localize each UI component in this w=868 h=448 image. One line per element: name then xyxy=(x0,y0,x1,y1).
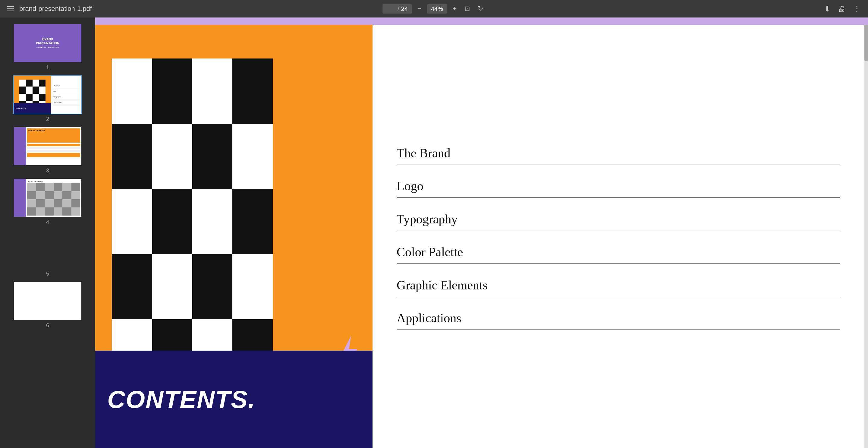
thumbnail-4[interactable]: ABOUT THE BRAND 4 xyxy=(0,176,95,227)
thumb-label-4: 4 xyxy=(46,219,49,226)
toc-divider-2 xyxy=(397,198,840,198)
toc-item-color-palette: Color Palette xyxy=(397,236,840,270)
contents-heading: CONTENTS. xyxy=(107,385,255,414)
thumb-2-item-2: Logo xyxy=(53,90,80,93)
current-page-input[interactable]: 2 xyxy=(387,5,396,12)
topbar-left: brand-presentation-1.pdf xyxy=(7,5,92,13)
thumbnail-5[interactable]: 5 xyxy=(0,227,95,279)
checker-cell xyxy=(192,189,232,254)
thumb-2-item-4: Color Palette xyxy=(53,101,80,104)
more-options-button[interactable]: ⋮ xyxy=(853,4,861,13)
thumb-label-6: 6 xyxy=(46,322,49,329)
thumb-label-3: 3 xyxy=(46,168,49,174)
toc-label-the-brand: The Brand xyxy=(397,146,840,160)
thumb-frame-3: NAME OF THE BRAND xyxy=(13,127,82,166)
thumb-frame-2: CONTENTS. The Brand Logo Typography Colo… xyxy=(13,75,82,114)
right-scrollbar[interactable] xyxy=(864,25,868,448)
rotate-button[interactable]: ↻ xyxy=(475,4,486,14)
checker-cell xyxy=(152,254,192,319)
toc-label-applications: Applications xyxy=(397,311,840,325)
zoom-in-button[interactable]: + xyxy=(450,4,459,14)
checker-cell xyxy=(112,189,152,254)
page-navigation: 2 / 24 xyxy=(382,4,412,13)
filename-label: brand-presentation-1.pdf xyxy=(19,5,92,13)
accent-bar xyxy=(95,18,868,25)
toc-divider-1 xyxy=(397,165,840,165)
checker-cell xyxy=(232,59,273,124)
thumb-frame-1: BRANDPRESENTATIONNAME OF THE BRAND xyxy=(13,24,82,63)
checker-cell xyxy=(192,254,232,319)
thumbnail-6[interactable]: 6 xyxy=(0,279,95,330)
toc-item-graphic-elements: Graphic Elements xyxy=(397,270,840,303)
sidebar: BRANDPRESENTATIONNAME OF THE BRAND 1 xyxy=(0,18,95,448)
checker-cell xyxy=(232,254,273,319)
checker-cell xyxy=(152,59,192,124)
print-button[interactable]: 🖨 xyxy=(838,4,846,13)
slide-bottom-banner: CONTENTS. xyxy=(95,351,373,448)
thumb-3-title: NAME OF THE BRAND xyxy=(28,130,44,131)
main-layout: BRANDPRESENTATIONNAME OF THE BRAND 1 xyxy=(0,18,868,448)
thumb-frame-5 xyxy=(13,230,82,269)
topbar-center: 2 / 24 − 44% + ⊡ ↻ xyxy=(382,4,486,14)
toc-item-typography: Typography xyxy=(397,204,840,237)
toc-label-typography: Typography xyxy=(397,212,840,227)
fit-page-button[interactable]: ⊡ xyxy=(462,4,472,14)
toc-divider-3 xyxy=(397,231,840,231)
scrollbar-thumb[interactable] xyxy=(864,25,868,61)
thumb-4-label: ABOUT THE BRAND xyxy=(27,180,80,183)
checker-cell xyxy=(152,124,192,189)
topbar-right: ⬇ 🖨 ⋮ xyxy=(824,4,861,13)
menu-button[interactable] xyxy=(7,6,14,11)
toc-item-the-brand: The Brand xyxy=(397,138,840,171)
checker-cell xyxy=(232,189,273,254)
checker-cell xyxy=(192,124,232,189)
pdf-view: CONTENTS. The Brand Logo Typography xyxy=(95,25,868,448)
thumb-frame-4: ABOUT THE BRAND xyxy=(13,178,82,217)
thumbnail-2[interactable]: CONTENTS. The Brand Logo Typography Colo… xyxy=(0,73,95,124)
toc-label-graphic-elements: Graphic Elements xyxy=(397,278,840,293)
thumb-frame-6 xyxy=(13,281,82,321)
toc-divider-5 xyxy=(397,297,840,297)
thumb-label-2: 2 xyxy=(46,116,49,122)
thumb-2-contents: CONTENTS. xyxy=(16,107,26,109)
thumb-2-item-1: The Brand xyxy=(53,84,80,87)
checker-cell xyxy=(112,59,152,124)
thumbnail-3[interactable]: NAME OF THE BRAND 3 xyxy=(0,124,95,176)
checker-cell xyxy=(112,124,152,189)
thumb-2-item-3: Typography xyxy=(53,95,80,98)
content-area: CONTENTS. The Brand Logo Typography xyxy=(95,18,868,448)
toc-label-logo: Logo xyxy=(397,179,840,193)
page-separator: / xyxy=(398,5,399,12)
toc-label-color-palette: Color Palette xyxy=(397,245,840,259)
hamburger-icon xyxy=(7,6,14,11)
toc-item-applications: Applications xyxy=(397,302,840,335)
slide-panel: CONTENTS. xyxy=(95,25,373,448)
topbar: brand-presentation-1.pdf 2 / 24 − 44% + … xyxy=(0,0,868,18)
checker-cell xyxy=(152,189,192,254)
toc-divider-4 xyxy=(397,264,840,264)
zoom-out-button[interactable]: − xyxy=(415,4,424,14)
zoom-level: 44% xyxy=(427,4,447,13)
checker-cell xyxy=(232,124,273,189)
download-button[interactable]: ⬇ xyxy=(824,4,831,13)
checker-board xyxy=(112,59,273,384)
toc-divider-6 xyxy=(397,330,840,330)
toc-item-logo: Logo xyxy=(397,170,840,204)
toc-panel: The Brand Logo Typography Color Palette xyxy=(373,25,864,448)
thumb-label-5: 5 xyxy=(46,271,49,277)
checker-cell xyxy=(192,59,232,124)
thumb-label-1: 1 xyxy=(46,64,49,71)
total-pages: 24 xyxy=(401,5,408,12)
thumb-1-text: BRANDPRESENTATIONNAME OF THE BRAND xyxy=(36,37,59,49)
checker-cell xyxy=(112,254,152,319)
thumbnail-1[interactable]: BRANDPRESENTATIONNAME OF THE BRAND 1 xyxy=(0,21,95,73)
